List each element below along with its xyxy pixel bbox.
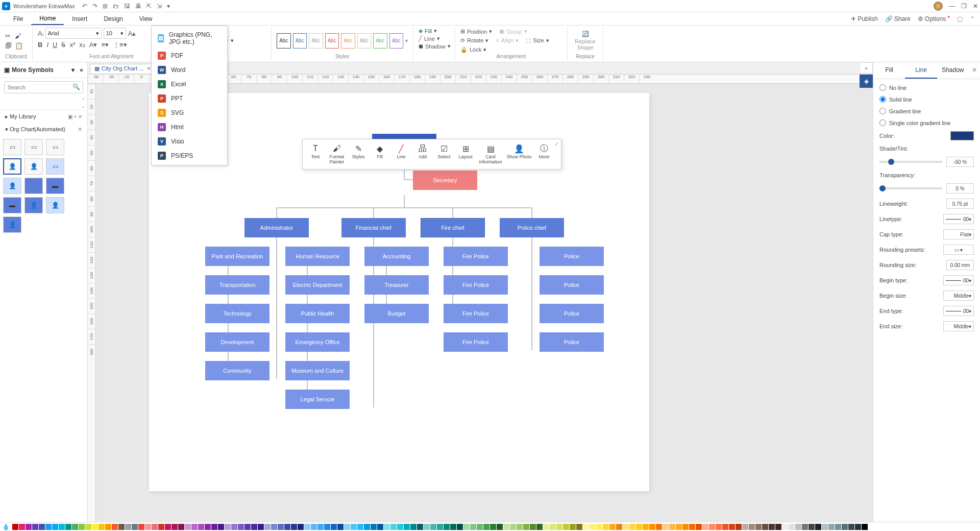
mylibrary-section[interactable]: ▸ My Library ▣ + ✕ (0, 110, 87, 123)
save-icon[interactable]: 🖫 (124, 3, 130, 10)
style-preset-7[interactable]: Abc (373, 33, 387, 49)
transparency-slider[interactable] (879, 187, 942, 189)
bold-icon[interactable]: B (38, 41, 42, 49)
color-swatch[interactable] (563, 524, 569, 530)
color-swatch[interactable] (596, 524, 602, 530)
color-swatch[interactable] (729, 524, 735, 530)
new-icon[interactable]: ⊞ (103, 3, 108, 10)
share-button[interactable]: 🔗Share (885, 15, 911, 22)
node-firepolice-3[interactable]: Fire Police (444, 304, 508, 323)
color-swatch[interactable] (118, 524, 125, 530)
float-add[interactable]: 品Add (412, 141, 433, 167)
node-fire-chief[interactable]: Fire chief (421, 218, 485, 237)
shape-thumb-9[interactable]: ▬ (46, 178, 64, 194)
textcolor-icon[interactable]: A▾ (89, 41, 97, 49)
color-swatch[interactable] (736, 524, 742, 530)
fill-button[interactable]: ◆Fill▾ (419, 28, 437, 34)
ribbon-collapse-icon[interactable]: ▢ (957, 15, 963, 22)
beginsize-select[interactable]: Middle ▾ (943, 291, 974, 301)
shape-thumb-1[interactable]: ▭ (3, 139, 21, 155)
color-swatch[interactable] (12, 524, 18, 530)
library-actions[interactable]: ▣ + ✕ (68, 114, 82, 119)
shape-thumb-3[interactable]: ▭ (46, 139, 64, 155)
export-graphics[interactable]: 🖼Graphics (PNG, JPG etc.) (152, 28, 227, 49)
color-swatch[interactable] (795, 524, 801, 530)
rotate-button[interactable]: ⟳Rotate▾ (460, 37, 488, 44)
color-swatch[interactable] (238, 524, 244, 530)
color-swatch[interactable] (749, 524, 755, 530)
color-swatch[interactable] (225, 524, 231, 530)
transparency-value[interactable]: 0 % (946, 183, 974, 194)
color-swatch[interactable] (689, 524, 695, 530)
node-community[interactable]: Community (205, 361, 270, 380)
undo-icon[interactable]: ↶ (82, 3, 87, 10)
shape-thumb-10[interactable]: ▬ (3, 197, 21, 213)
style-preset-3[interactable]: Abc (309, 33, 323, 49)
color-swatch[interactable] (377, 524, 383, 530)
paint-icon[interactable]: 🖌 (15, 32, 23, 40)
position-button[interactable]: ⊞Position▾ (460, 28, 492, 35)
shape-thumb-5[interactable]: 👤 (24, 158, 43, 175)
tab-line[interactable]: Line (905, 62, 937, 79)
color-swatch[interactable] (410, 524, 416, 530)
export-excel[interactable]: XExcel (152, 77, 227, 91)
node-firepolice-1[interactable]: Fire Police (444, 247, 508, 266)
right-sidetab[interactable]: ◈ (860, 75, 873, 88)
menu-view[interactable]: View (131, 13, 161, 25)
color-swatch[interactable] (802, 524, 808, 530)
collapse-left-icon[interactable]: « (80, 66, 83, 74)
import-icon[interactable]: ⇲ (157, 3, 162, 10)
float-photo[interactable]: 👤Show Photo (505, 141, 533, 167)
color-swatch[interactable] (404, 524, 410, 530)
bullets-icon[interactable]: ⋮≡▾ (113, 41, 127, 49)
color-swatch[interactable] (85, 524, 91, 530)
shadetint-value[interactable]: -50 % (946, 157, 974, 167)
color-swatch[interactable] (543, 524, 549, 530)
subscript-icon[interactable]: x₂ (79, 41, 85, 49)
color-swatch[interactable] (45, 524, 52, 530)
color-swatch[interactable] (244, 524, 251, 530)
node-legal[interactable]: Legal Servcie (285, 390, 350, 409)
node-park[interactable]: Park and Recreation (205, 247, 270, 266)
shadetint-slider[interactable] (879, 161, 942, 163)
orgchart-section[interactable]: ▾ Org Chart(Automated) ✕ (0, 123, 87, 136)
node-treasurer[interactable]: Treasurer (364, 275, 429, 295)
style-preset-4[interactable]: Abc (325, 33, 339, 49)
export-pseps[interactable]: PPS/EPS (152, 149, 227, 163)
color-swatch[interactable] (278, 524, 284, 530)
open-icon[interactable]: 🗁 (113, 3, 119, 10)
color-swatch[interactable] (828, 524, 835, 530)
color-swatch[interactable] (835, 524, 841, 530)
color-swatch[interactable] (716, 524, 722, 530)
color-swatch[interactable] (855, 524, 861, 530)
color-swatch[interactable] (191, 524, 198, 530)
superscript-icon[interactable]: x² (69, 41, 75, 49)
color-swatch[interactable] (848, 524, 854, 530)
color-swatch[interactable] (72, 524, 78, 530)
radio-gradient[interactable]: Gradient line (879, 108, 974, 114)
float-expand-icon[interactable]: ⤢ (555, 141, 559, 147)
color-swatch[interactable] (205, 524, 211, 530)
color-swatch[interactable] (570, 524, 576, 530)
shape-thumb-13[interactable]: 👤 (3, 216, 21, 233)
minimize-icon[interactable]: — (949, 3, 955, 10)
color-swatch[interactable] (576, 524, 582, 530)
paste-icon[interactable]: 📋 (15, 42, 23, 50)
color-swatch[interactable] (337, 524, 344, 530)
float-styles[interactable]: ✎Styles (348, 141, 369, 167)
menu-home[interactable]: Home (31, 13, 64, 25)
shape-thumb-6[interactable]: ▭ (46, 158, 64, 175)
radio-singlegrad[interactable]: Single color gradient line (879, 119, 974, 126)
node-police-1[interactable]: Police (540, 247, 604, 266)
eyedropper-icon[interactable]: 💧 (2, 523, 10, 530)
export-svg[interactable]: SSVG (152, 106, 227, 120)
float-layout[interactable]: ⊞Layout (455, 141, 476, 167)
size-button[interactable]: ⬚Size▾ (526, 37, 549, 44)
color-swatch[interactable] (371, 524, 377, 530)
color-swatch[interactable] (663, 524, 669, 530)
color-swatch[interactable] (185, 524, 191, 530)
color-swatch[interactable] (556, 524, 562, 530)
color-swatch[interactable] (138, 524, 144, 530)
color-swatch[interactable] (424, 524, 430, 530)
search-input[interactable] (4, 81, 83, 93)
